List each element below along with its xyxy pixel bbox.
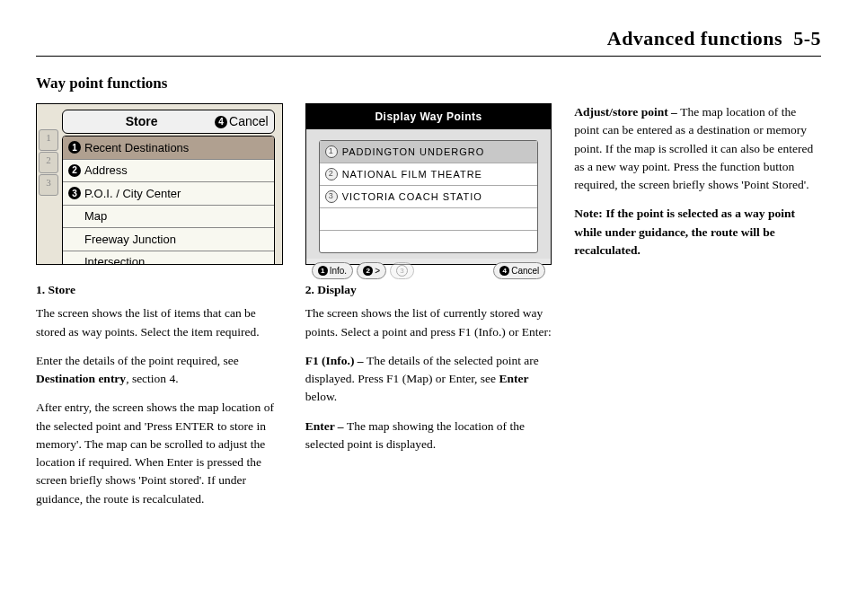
text: Enter the details of the point required,… bbox=[36, 354, 239, 367]
bold-text: Destination entry bbox=[36, 372, 126, 385]
col1-heading: 1. Store bbox=[36, 281, 283, 299]
store-list: 1 Recent Destinations 2 Address 3 P.O.I.… bbox=[62, 136, 275, 265]
store-item-address[interactable]: 2 Address bbox=[63, 160, 274, 183]
store-item-recent[interactable]: 1 Recent Destinations bbox=[63, 136, 274, 160]
text: below. bbox=[305, 390, 338, 403]
display-screenshot: Display Way Points 1 PADDINGTON UNDERGRO… bbox=[305, 103, 552, 265]
display-title: Display Way Points bbox=[306, 104, 552, 129]
next-button[interactable]: 2 > bbox=[357, 262, 386, 279]
store-item-freeway[interactable]: Freeway Junction bbox=[63, 228, 274, 251]
col2-p2: F1 (Info.) – The details of the selected… bbox=[305, 352, 552, 407]
bold-text: Enter bbox=[499, 372, 528, 385]
col3-p1: Adjust/store point – The map location of… bbox=[574, 103, 821, 194]
waypoint-national[interactable]: 2 NATIONAL FILM THEATRE bbox=[320, 163, 538, 186]
column-3: Adjust/store point – The map location of… bbox=[574, 103, 821, 519]
store-item-label: P.O.I. / City Center bbox=[84, 185, 181, 203]
display-list: 1 PADDINGTON UNDERGRO 2 NATIONAL FILM TH… bbox=[319, 140, 539, 253]
col2-p1: The screen shows the list of currently s… bbox=[305, 304, 552, 341]
bold-text: F1 (Info.) – bbox=[305, 354, 367, 367]
column-2: Display Way Points 1 PADDINGTON UNDERGRO… bbox=[305, 103, 552, 519]
column-1: Store 4 Cancel 1 2 3 1 Recent Destinatio… bbox=[36, 103, 283, 519]
store-item-intersection[interactable]: Intersection bbox=[63, 251, 274, 266]
store-item-label: Intersection bbox=[84, 253, 145, 265]
store-title: Store bbox=[68, 112, 215, 131]
f3-icon: 3 bbox=[396, 265, 408, 277]
header-title: Advanced functions bbox=[607, 27, 782, 49]
section-title: Way point functions bbox=[36, 75, 821, 92]
num1-icon: 1 bbox=[325, 145, 338, 158]
header-page: 5-5 bbox=[793, 27, 821, 49]
num1-icon: 1 bbox=[68, 141, 81, 154]
store-item-label: Address bbox=[84, 162, 128, 180]
info-button[interactable]: 1 Info. bbox=[312, 262, 353, 279]
num2-icon: 2 bbox=[325, 168, 338, 180]
num2-icon: 2 bbox=[68, 164, 81, 177]
col2-p3: Enter – The map showing the location of … bbox=[305, 418, 552, 454]
store-item-map[interactable]: Map bbox=[63, 206, 274, 229]
store-sidebar: 1 2 3 bbox=[39, 129, 58, 259]
waypoint-empty bbox=[320, 231, 538, 252]
store-item-label: Map bbox=[84, 207, 107, 225]
sidebar-slot-1: 1 bbox=[39, 129, 58, 151]
col1-p2: Enter the details of the point required,… bbox=[36, 352, 283, 389]
info-label: Info. bbox=[330, 264, 347, 277]
store-item-poi[interactable]: 3 P.O.I. / City Center bbox=[63, 182, 274, 206]
f2-icon: 2 bbox=[363, 266, 373, 276]
arrow-label: > bbox=[375, 264, 380, 277]
waypoint-label: VICTORIA COACH STATIO bbox=[342, 189, 482, 205]
sidebar-slot-3: 3 bbox=[39, 174, 58, 196]
cancel-num-icon: 4 bbox=[215, 116, 227, 128]
store-screenshot: Store 4 Cancel 1 2 3 1 Recent Destinatio… bbox=[36, 103, 283, 265]
col3-note: Note: If the point is selected as a way … bbox=[574, 205, 821, 260]
col1-p3: After entry, the screen shows the map lo… bbox=[36, 399, 283, 508]
waypoint-label: PADDINGTON UNDERGRO bbox=[342, 145, 485, 160]
f3-button: 3 bbox=[390, 262, 414, 279]
waypoint-victoria[interactable]: 3 VICTORIA COACH STATIO bbox=[320, 186, 538, 208]
sidebar-slot-2: 2 bbox=[39, 152, 58, 173]
page-header: Advanced functions 5-5 bbox=[36, 27, 821, 57]
store-item-label: Recent Destinations bbox=[84, 139, 189, 157]
num3-icon: 3 bbox=[68, 187, 81, 199]
store-cancel[interactable]: Cancel bbox=[229, 112, 269, 131]
cancel-button[interactable]: 4 Cancel bbox=[493, 262, 545, 279]
waypoint-label: NATIONAL FILM THEATRE bbox=[342, 167, 482, 182]
cancel-label: Cancel bbox=[511, 264, 539, 277]
num3-icon: 3 bbox=[325, 190, 338, 203]
display-body: 1 PADDINGTON UNDERGRO 2 NATIONAL FILM TH… bbox=[306, 129, 552, 259]
store-item-label: Freeway Junction bbox=[84, 231, 176, 249]
col1-p1: The screen shows the list of items that … bbox=[36, 304, 283, 341]
bold-text: Adjust/store point – bbox=[574, 105, 680, 119]
f4-icon: 4 bbox=[499, 266, 509, 276]
waypoint-paddington[interactable]: 1 PADDINGTON UNDERGRO bbox=[320, 141, 538, 163]
f1-icon: 1 bbox=[318, 266, 328, 276]
text: , section 4. bbox=[126, 372, 179, 385]
store-header: Store 4 Cancel bbox=[62, 110, 275, 134]
content-columns: Store 4 Cancel 1 2 3 1 Recent Destinatio… bbox=[36, 103, 821, 519]
bold-text: Enter – bbox=[305, 419, 347, 433]
waypoint-empty bbox=[320, 208, 538, 231]
